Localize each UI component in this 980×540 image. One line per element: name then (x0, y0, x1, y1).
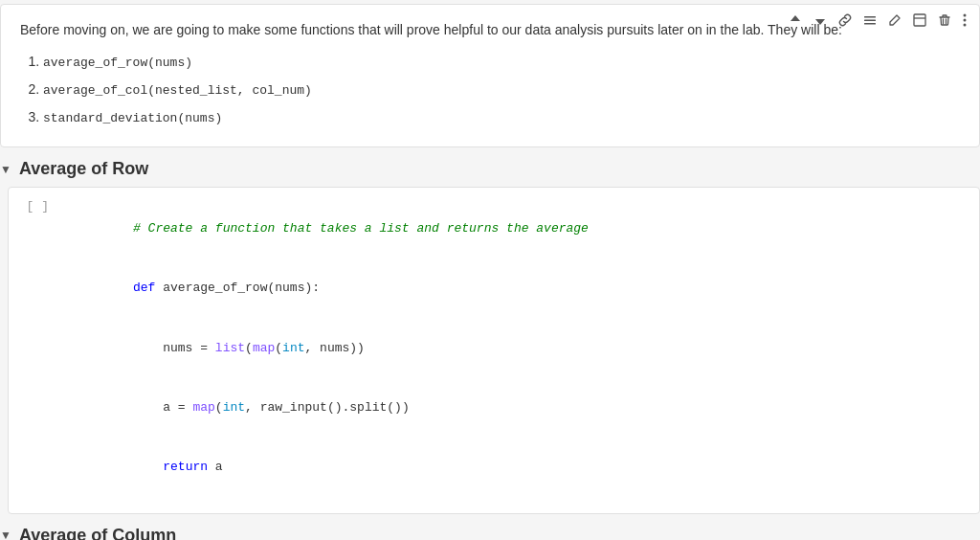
code-area: [ ] # Create a function that takes a lis… (9, 188, 979, 513)
svg-rect-2 (864, 23, 876, 25)
code-list-builtin: list (215, 341, 245, 355)
cell-prompt: [ ] (9, 188, 58, 225)
section1-header[interactable]: ▼ Average of Row (0, 151, 980, 183)
edit-button[interactable] (883, 11, 906, 30)
intro-list-item-2: average_of_col(nested_list, col_num) (43, 76, 960, 103)
code-paren: ): (304, 281, 320, 295)
code-int-type1: int (282, 341, 304, 355)
section2-header[interactable]: ▼ Average of Column (0, 518, 980, 540)
section2-chevron: ▼ (0, 529, 11, 540)
intro-list-item-3: standard_deviation(nums) (43, 103, 960, 131)
code-raw-input: , raw_input().split()) (245, 400, 410, 415)
code-indent1: nums = (133, 341, 215, 355)
menu-button[interactable] (858, 11, 881, 30)
code-return-a: a (208, 460, 223, 474)
section2-title: Average of Column (19, 526, 176, 540)
code-nums-close: , nums)) (305, 341, 365, 355)
code-open3: ( (215, 400, 223, 415)
svg-rect-3 (914, 14, 925, 26)
code-indent2 (133, 460, 163, 474)
svg-rect-1 (864, 20, 876, 22)
code-comment: # Create a function that takes a list an… (133, 221, 589, 236)
code-int-type2: int (223, 400, 245, 415)
notebook-container: Before moving on, we are going to make s… (0, 4, 980, 540)
code-open2: ( (275, 341, 282, 355)
intro-list: average_of_row(nums) average_of_col(nest… (43, 48, 960, 131)
code-param: nums (275, 281, 304, 295)
code-map-builtin2: map (192, 400, 214, 415)
delete-button[interactable] (933, 11, 956, 30)
code-a-assign: a = (133, 400, 192, 415)
svg-rect-0 (864, 16, 876, 18)
intro-list-item-1: average_of_row(nums) (43, 48, 960, 76)
move-up-button[interactable] (784, 11, 807, 30)
intro-cell: Before moving on, we are going to make s… (0, 4, 980, 147)
code-return-kw: return (163, 460, 208, 474)
section1-title: Average of Row (19, 159, 148, 179)
code-open1: ( (245, 341, 253, 355)
code-def-kw: def (133, 281, 163, 295)
move-down-button[interactable] (809, 11, 832, 30)
svg-point-6 (964, 24, 967, 27)
code-fn-name: average_of_row( (163, 281, 275, 295)
cell-toolbar (784, 11, 971, 30)
svg-point-4 (964, 14, 967, 17)
preview-button[interactable] (908, 11, 931, 30)
code-content[interactable]: # Create a function that takes a list an… (58, 188, 979, 513)
more-button[interactable] (958, 11, 971, 30)
section1-code-cell: [ ] # Create a function that takes a lis… (8, 187, 980, 514)
section1-content: [ ] # Create a function that takes a lis… (0, 187, 980, 514)
code-map-builtin: map (253, 341, 275, 355)
section1-chevron: ▼ (0, 163, 11, 176)
svg-point-5 (964, 19, 967, 22)
link-button[interactable] (834, 11, 857, 30)
